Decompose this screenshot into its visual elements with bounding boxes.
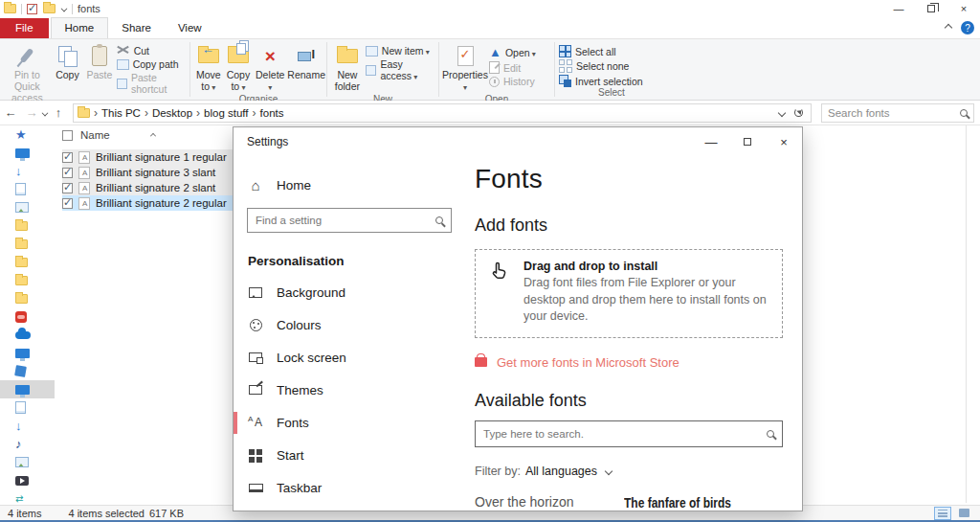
paste-button[interactable]: Paste: [84, 42, 115, 82]
move-to-button[interactable]: ← Move to: [194, 42, 223, 94]
new-item-button[interactable]: New item: [366, 45, 434, 57]
sidebar-item-onedrive[interactable]: [0, 326, 55, 344]
select-all-button[interactable]: Select all: [559, 45, 643, 57]
sidebar-item-folder[interactable]: [0, 289, 55, 307]
back-button[interactable]: ←: [0, 105, 21, 120]
settings-nav-themes[interactable]: Themes: [234, 374, 465, 406]
refresh-icon[interactable]: [794, 108, 803, 117]
breadcrumb[interactable]: › This PC › Desktop › blog stuff › fonts: [73, 103, 812, 123]
invert-selection-button[interactable]: Invert selection: [559, 75, 643, 87]
sidebar-item-pictures[interactable]: [0, 198, 55, 216]
settings-nav-start[interactable]: Start: [234, 439, 465, 471]
sidebar-item-videos[interactable]: [0, 471, 55, 489]
search-icon: [767, 430, 774, 438]
get-more-fonts-link[interactable]: Get more fonts in Microsoft Store: [475, 355, 783, 370]
file-checkbox[interactable]: [62, 168, 73, 178]
settings-nav-taskbar[interactable]: Taskbar: [234, 471, 465, 504]
app-folder-icon: [4, 4, 16, 13]
sidebar-item-music[interactable]: [0, 435, 55, 453]
new-folder-button[interactable]: New folder: [331, 42, 364, 94]
properties-button[interactable]: Properties: [443, 42, 487, 94]
rename-button[interactable]: Rename: [288, 42, 324, 82]
history-button[interactable]: History: [489, 76, 536, 87]
sidebar-item-this-pc[interactable]: [0, 344, 55, 362]
breadcrumb-fonts[interactable]: fonts: [260, 107, 284, 119]
sidebar-item-folder[interactable]: [0, 216, 55, 235]
paste-shortcut-button[interactable]: Paste shortcut: [117, 72, 186, 95]
settings-nav-fonts[interactable]: Fonts: [234, 406, 465, 439]
settings-window-title: Settings: [247, 135, 288, 148]
font-search-input[interactable]: [483, 428, 767, 440]
settings-nav-background[interactable]: Background: [234, 276, 465, 308]
sidebar-item-pictures[interactable]: [0, 453, 55, 471]
font-search-box[interactable]: [475, 420, 783, 447]
tab-file[interactable]: File: [0, 18, 49, 38]
sidebar-item-downloads[interactable]: [0, 417, 55, 435]
select-all-checkbox[interactable]: [62, 130, 73, 141]
settings-minimize-button[interactable]: —: [693, 127, 729, 156]
up-button[interactable]: ↑: [48, 105, 69, 120]
settings-home-item[interactable]: Home: [234, 171, 465, 198]
search-box[interactable]: [821, 103, 974, 123]
copy-button[interactable]: Copy: [53, 42, 83, 82]
tab-share[interactable]: Share: [108, 18, 165, 38]
font-preview-tile[interactable]: The fanfare of birds announces the morni…: [624, 493, 751, 512]
qat-properties-icon[interactable]: [27, 4, 37, 14]
sort-ascending-icon[interactable]: [150, 133, 156, 139]
sidebar-item-quick-access[interactable]: [0, 125, 55, 144]
settings-nav-lock-screen[interactable]: Lock screen: [234, 341, 465, 374]
edit-button[interactable]: Edit: [489, 61, 536, 74]
explorer-close-button[interactable]: ×: [947, 0, 980, 17]
breadcrumb-blog-stuff[interactable]: blog stuff: [204, 107, 248, 119]
file-checkbox[interactable]: [62, 183, 73, 193]
minimize-ribbon-icon[interactable]: [945, 24, 952, 32]
pin-to-quick-access-button[interactable]: Pin to Quick access: [4, 42, 51, 105]
3d-objects-icon: [14, 365, 27, 377]
filelist-scrollbar[interactable]: [966, 125, 967, 503]
settings-close-button[interactable]: ×: [766, 127, 802, 156]
easy-access-button[interactable]: Easy access: [366, 58, 434, 81]
qat-customize-chevron-icon[interactable]: [61, 6, 68, 12]
font-dropzone[interactable]: Drag and drop to install Drag font files…: [475, 249, 783, 338]
sidebar-item-documents[interactable]: [0, 180, 55, 198]
filter-chevron-icon[interactable]: [605, 466, 612, 474]
tab-home[interactable]: Home: [51, 17, 109, 38]
filter-value-dropdown[interactable]: All languages: [525, 465, 597, 478]
address-dropdown-chevron-icon[interactable]: [778, 108, 786, 116]
sidebar-item-desktop-selected[interactable]: [0, 380, 55, 398]
sidebar-item-creative-cloud[interactable]: [0, 307, 55, 326]
sidebar-item-desktop[interactable]: [0, 144, 55, 162]
file-checkbox[interactable]: [62, 198, 73, 209]
help-icon[interactable]: [961, 21, 974, 34]
sidebar-item-downloads[interactable]: [0, 162, 55, 180]
breadcrumb-this-pc[interactable]: This PC: [101, 107, 141, 119]
search-input[interactable]: [828, 107, 954, 119]
sidebar-item-3d-objects[interactable]: [0, 362, 55, 380]
find-a-setting-input[interactable]: [256, 215, 435, 226]
explorer-minimize-button[interactable]: —: [882, 0, 915, 17]
find-a-setting-box[interactable]: [247, 208, 452, 233]
breadcrumb-desktop[interactable]: Desktop: [152, 107, 192, 119]
explorer-restore-button[interactable]: [915, 0, 947, 17]
sidebar-item-folder[interactable]: [0, 235, 55, 253]
settings-maximize-button[interactable]: [729, 127, 766, 156]
qat-folder-icon[interactable]: [43, 4, 56, 13]
thumbnails-view-button[interactable]: [955, 507, 972, 520]
sidebar-item-network[interactable]: [0, 489, 55, 505]
cut-button[interactable]: Cut: [117, 45, 186, 57]
sidebar-item-documents[interactable]: [0, 398, 55, 417]
copy-to-button[interactable]: Copy to: [225, 42, 253, 94]
file-checkbox[interactable]: [62, 152, 73, 163]
tab-view[interactable]: View: [165, 18, 215, 38]
sidebar-item-folder[interactable]: [0, 253, 55, 271]
open-button[interactable]: ▲ Open: [489, 45, 536, 59]
font-preview-tile[interactable]: Over the horizon comes the break of dawn…: [475, 493, 588, 512]
sidebar-item-folder[interactable]: [0, 271, 55, 289]
copy-path-button[interactable]: Copy path: [117, 58, 186, 70]
delete-button[interactable]: × Delete: [254, 42, 286, 94]
details-view-button[interactable]: [934, 507, 951, 520]
settings-nav-colours[interactable]: Colours: [234, 308, 465, 341]
column-header-name[interactable]: Name: [62, 129, 110, 141]
select-none-button[interactable]: Select none: [559, 59, 643, 73]
forward-button[interactable]: →: [21, 105, 42, 120]
